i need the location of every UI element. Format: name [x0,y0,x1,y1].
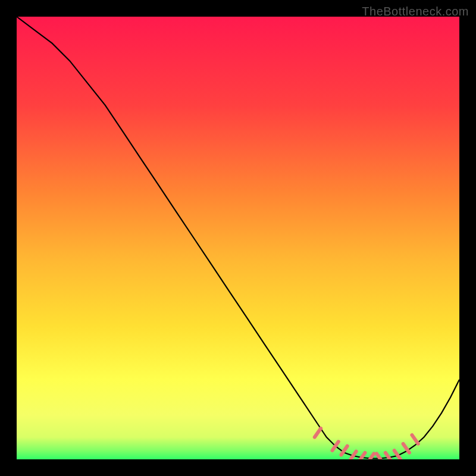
watermark-text: TheBottleneck.com [362,5,469,18]
chart-svg [17,17,459,459]
chart-gradient-background [17,17,459,459]
chart-plot-area [17,17,459,459]
